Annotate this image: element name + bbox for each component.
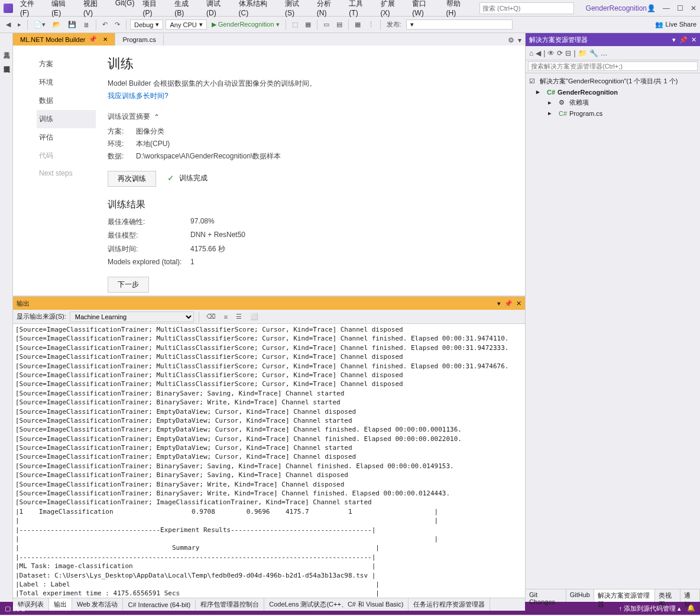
tab-close-icon[interactable]: ✕ bbox=[103, 36, 108, 43]
user-avatar-icon[interactable]: 👤 bbox=[647, 4, 656, 12]
rp-dropdown-icon[interactable]: ▾ bbox=[672, 36, 676, 44]
refresh-icon[interactable]: ⟳ bbox=[557, 49, 563, 57]
rp-close-icon[interactable]: ✕ bbox=[691, 36, 696, 44]
menu-文件(F)[interactable]: 文件(F) bbox=[17, 0, 47, 19]
mlnav-训练[interactable]: 训练 bbox=[37, 110, 96, 128]
save-all-icon[interactable]: 🗎 bbox=[81, 20, 92, 30]
rp-bottom-tab-0[interactable]: Git Changes bbox=[526, 589, 566, 602]
maximize-icon[interactable]: ☐ bbox=[677, 4, 683, 12]
new-icon[interactable]: 📄▾ bbox=[31, 20, 48, 30]
next-step-button[interactable]: 下一步 bbox=[108, 277, 149, 293]
tb-icon-1[interactable]: ⬚ bbox=[290, 20, 300, 30]
bottom-tab-5[interactable]: CodeLens 测试状态(C++、C# 和 Visual Basic) bbox=[264, 598, 409, 611]
solution-search-input[interactable] bbox=[528, 61, 698, 71]
menu-调试(D)[interactable]: 调试(D) bbox=[203, 0, 234, 19]
rp-bottom-tab-2[interactable]: 解决方案资源管理器 bbox=[594, 589, 655, 602]
menu-体系结构(C)[interactable]: 体系结构(C) bbox=[235, 0, 280, 19]
mlnav-方案[interactable]: 方案 bbox=[37, 55, 96, 73]
menu-Git(G)[interactable]: Git(G) bbox=[112, 0, 138, 19]
bottom-tab-3[interactable]: C# Interactive (64-bit) bbox=[123, 599, 196, 610]
bottom-tab-6[interactable]: 任务运行程序资源管理器 bbox=[409, 598, 490, 611]
undo-icon[interactable]: ↶ bbox=[100, 20, 110, 30]
redo-icon[interactable]: ↷ bbox=[112, 20, 122, 30]
menu-视图(V)[interactable]: 视图(V) bbox=[80, 0, 111, 19]
file-node[interactable]: ▸C#Program.cs bbox=[527, 108, 699, 118]
mlnav-评估[interactable]: 评估 bbox=[37, 128, 96, 147]
add-to-source-control[interactable]: ↑ 添加到源代码管理 ▴ bbox=[618, 604, 681, 613]
platform-dropdown[interactable]: Any CPU ▾ bbox=[166, 20, 206, 30]
tb-icon-2[interactable]: ▦ bbox=[303, 20, 313, 30]
output-text[interactable]: [Source=ImageClassificationTrainer; Mult… bbox=[13, 324, 525, 598]
close-icon[interactable]: ✕ bbox=[691, 4, 696, 12]
main-toolbar: ◀ ▸ 📄▾ 📂 💾 🗎 ↶ ↷ Debug ▾ Any CPU ▾ ▶ Gen… bbox=[0, 17, 700, 33]
tb-icon-6[interactable]: ⋮ bbox=[365, 20, 377, 30]
menu-窗口(W)[interactable]: 窗口(W) bbox=[409, 0, 441, 19]
nav-fwd-icon[interactable]: ▸ bbox=[15, 20, 24, 30]
menu-工具(T)[interactable]: 工具(T) bbox=[345, 0, 375, 19]
sync-icon[interactable]: 👁 bbox=[547, 49, 555, 57]
menu-测试(S)[interactable]: 测试(S) bbox=[281, 0, 312, 19]
back-icon[interactable]: ◀ bbox=[536, 49, 541, 57]
rp-bottom-tab-3[interactable]: 类视图 bbox=[655, 589, 680, 602]
menu-编辑(E)[interactable]: 编辑(E) bbox=[48, 0, 79, 19]
collapse-icon[interactable]: ⌃ bbox=[154, 113, 160, 121]
mlnav-环境[interactable]: 环境 bbox=[37, 73, 96, 92]
tab-gear-icon[interactable]: ⚙ bbox=[508, 36, 514, 44]
output-header: 输出 ▾ 📌 ✕ bbox=[13, 297, 525, 310]
output-source-dropdown[interactable]: Machine Learning bbox=[70, 312, 194, 322]
collapse-all-icon[interactable]: ⊟ bbox=[565, 49, 571, 57]
solution-root[interactable]: ☑解决方案"GenderRecognition"(1 个项目/共 1 个) bbox=[527, 76, 699, 87]
output-wrap-icon[interactable]: ≡ bbox=[222, 312, 230, 322]
run-button[interactable]: ▶ GenderRecognition ▾ bbox=[209, 20, 282, 30]
tb-icon-5[interactable]: ▦ bbox=[352, 20, 363, 30]
notifications-icon[interactable]: 🔔 bbox=[687, 604, 695, 613]
tab-pin-icon[interactable]: 📌 bbox=[89, 35, 97, 43]
menu-生成(B)[interactable]: 生成(B) bbox=[171, 0, 202, 19]
menu-项目(P)[interactable]: 项目(P) bbox=[139, 0, 170, 19]
bottom-tab-4[interactable]: 程序包管理器控制台 bbox=[196, 598, 264, 611]
project-node[interactable]: ▸C#GenderRecognition bbox=[527, 87, 699, 97]
panel-close-icon[interactable]: ✕ bbox=[516, 300, 521, 307]
menu-分析(N)[interactable]: 分析(N) bbox=[313, 0, 345, 19]
pin-icon[interactable]: ▾ bbox=[497, 300, 501, 307]
check-icon: ✓ bbox=[167, 173, 174, 183]
dependencies-node[interactable]: ▸⚙依赖项 bbox=[527, 97, 699, 108]
tab-drop-icon[interactable]: ▾ bbox=[518, 36, 521, 44]
tb-icon-4[interactable]: ▤ bbox=[334, 20, 345, 30]
showall-icon[interactable]: 📁 bbox=[578, 49, 587, 57]
rp-bottom-tab-4[interactable]: 通知 bbox=[680, 589, 700, 602]
live-share-button[interactable]: 👥 Live Share bbox=[655, 21, 696, 28]
doc-tab-0[interactable]: ML.NET Model Builder 📌 ✕ bbox=[13, 33, 115, 46]
ml-kv-row: 环境:本地(CPU) bbox=[108, 139, 513, 149]
toolwell-测试资源管理器[interactable]: 测试资源管理器 bbox=[0, 59, 12, 63]
mlnav-Next steps: Next steps bbox=[37, 165, 96, 181]
nav-back-icon[interactable]: ◀ bbox=[4, 20, 13, 30]
output-stop-icon[interactable]: ⬜ bbox=[248, 312, 261, 322]
retrain-button[interactable]: 再次训练 bbox=[108, 171, 156, 187]
output-list-icon[interactable]: ☰ bbox=[234, 312, 244, 322]
bottom-tab-1[interactable]: 输出 bbox=[49, 598, 72, 611]
mlnav-数据[interactable]: 数据 bbox=[37, 92, 96, 110]
rp-bottom-tab-1[interactable]: GitHub bbox=[566, 589, 594, 602]
open-icon[interactable]: 📂 bbox=[50, 20, 63, 30]
deps-icon: ⚙ bbox=[559, 99, 567, 106]
global-search-input[interactable] bbox=[479, 2, 574, 14]
config-dropdown[interactable]: Debug ▾ bbox=[130, 20, 163, 30]
menu-扩展(X)[interactable]: 扩展(X) bbox=[377, 0, 408, 19]
output-clear-icon[interactable]: ⌫ bbox=[204, 312, 218, 322]
properties-icon[interactable]: 🔧 bbox=[589, 49, 598, 57]
menu-帮助(H)[interactable]: 帮助(H) bbox=[443, 0, 474, 19]
minimize-icon[interactable]: — bbox=[663, 4, 670, 12]
home-icon[interactable]: ⌂ bbox=[529, 49, 533, 57]
save-icon[interactable]: 💾 bbox=[66, 20, 79, 30]
toolwell-工具箱[interactable]: 工具箱 bbox=[0, 45, 12, 50]
bottom-tab-2[interactable]: Web 发布活动 bbox=[72, 598, 123, 611]
project-name-label: GenderRecognition bbox=[586, 4, 647, 12]
ml-help-link[interactable]: 我应训练多长时间? bbox=[108, 92, 168, 100]
autohide-icon[interactable]: 📌 bbox=[504, 300, 513, 307]
publish-label: 发布: bbox=[384, 19, 404, 30]
tb-icon-3[interactable]: ▭ bbox=[321, 20, 332, 30]
rp-pin-icon[interactable]: 📌 bbox=[679, 36, 688, 44]
doc-tab-1[interactable]: Program.cs bbox=[115, 34, 163, 46]
publish-target-dropdown[interactable]: ▾ bbox=[406, 20, 513, 30]
